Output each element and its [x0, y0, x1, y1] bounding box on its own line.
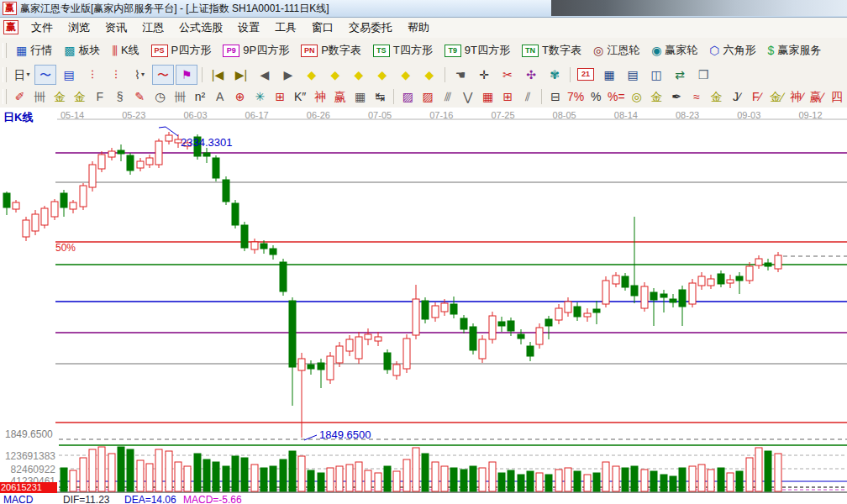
pen-black-button[interactable]: ✒: [667, 87, 686, 107]
menu-7[interactable]: 工具: [267, 19, 304, 35]
v-lines-button[interactable]: ⋁: [459, 87, 477, 107]
star-teal-button[interactable]: ✳: [251, 87, 270, 107]
quotes-button[interactable]: ▦行情: [10, 40, 58, 60]
menu-5[interactable]: 公式选股: [171, 19, 230, 35]
menu-6[interactable]: 设置: [230, 19, 267, 35]
red-wave-button[interactable]: 〜: [152, 65, 174, 85]
9t-square-button[interactable]: T99T四方形: [439, 40, 516, 60]
kline-chart-canvas[interactable]: 2334.33011849.6500: [0, 108, 847, 504]
menu-9[interactable]: 交易委托: [341, 19, 400, 35]
percent-button[interactable]: %: [587, 87, 605, 107]
toolbar-grip[interactable]: [3, 89, 7, 104]
ying-angle-button[interactable]: 赢∕: [808, 87, 826, 107]
p-number-table-button[interactable]: PNP数字表: [295, 40, 367, 60]
compass-red-button[interactable]: ⊕: [231, 87, 250, 107]
wave-chart-button[interactable]: 〜: [34, 65, 56, 85]
candle-style-dropdown-button[interactable]: 日▾: [11, 65, 33, 85]
volume-3-bars-button[interactable]: ⫶: [82, 65, 103, 85]
scale-tool-button[interactable]: ⊟: [546, 87, 565, 107]
winner-wheel-button[interactable]: ◉赢家轮: [645, 40, 703, 60]
time-clock-button[interactable]: ◷: [150, 87, 169, 107]
slash-lines-button[interactable]: ⫽: [518, 87, 537, 107]
grid-star-button[interactable]: ⊞: [271, 87, 289, 107]
gold-coin-button[interactable]: ◎: [628, 87, 646, 107]
go-last-button[interactable]: ▶|: [230, 65, 252, 85]
menu-8[interactable]: 窗口: [304, 19, 341, 35]
info-panel-button[interactable]: ▤: [58, 65, 80, 85]
menu-10[interactable]: 帮助: [400, 19, 437, 35]
gold-lines-button[interactable]: 金: [647, 87, 666, 107]
toolbar-grip[interactable]: [3, 43, 7, 58]
f-angle-button[interactable]: F∕: [748, 87, 766, 107]
span-arrows-button[interactable]: ↹: [371, 87, 390, 107]
k-marks-button[interactable]: K″: [291, 87, 309, 107]
spiral-button[interactable]: §: [111, 87, 129, 107]
p-square-button[interactable]: PSP四方形: [145, 40, 218, 60]
t-square-button[interactable]: TST四方形: [367, 40, 439, 60]
gold-gann-1-button[interactable]: 金: [50, 87, 69, 107]
save-button[interactable]: ◫: [645, 65, 667, 85]
winner-service-button[interactable]: $赢家服务: [762, 40, 828, 60]
knife-tool-button[interactable]: ✐: [11, 87, 29, 107]
gold-angle-2-button[interactable]: 金∕: [767, 87, 786, 107]
step-forward-button[interactable]: ▶: [277, 65, 299, 85]
brain-tool-button[interactable]: ✾: [544, 65, 566, 85]
hexagon-button[interactable]: ⬡六角形: [703, 40, 761, 60]
crosshair-tool-button[interactable]: ✛: [473, 65, 495, 85]
menu-3[interactable]: 资讯: [97, 19, 134, 35]
box-purple-button[interactable]: ▨: [398, 87, 417, 107]
menu-4[interactable]: 江恩: [134, 19, 171, 35]
diamond-right-button[interactable]: ◆: [324, 65, 346, 85]
pencil-red-button[interactable]: ✎: [131, 87, 150, 107]
net-export-button[interactable]: ⇄: [669, 65, 691, 85]
toolbar-grip[interactable]: [3, 67, 7, 82]
angle-a-button[interactable]: A: [211, 87, 229, 107]
ying-tool-button[interactable]: 赢: [331, 87, 350, 107]
box-red-button[interactable]: ▨: [418, 87, 437, 107]
indicator-name[interactable]: MACD: [3, 494, 33, 504]
j-angle-button[interactable]: J∕: [728, 87, 746, 107]
grid-red-1-button[interactable]: ▦: [479, 87, 497, 107]
calculator-button[interactable]: ▦: [598, 65, 620, 85]
p-square-icon: PS: [151, 45, 168, 57]
t-number-table-button[interactable]: TNT数字表: [516, 40, 587, 60]
menu-2[interactable]: 浏览: [60, 19, 97, 35]
step-back-button[interactable]: ◀: [254, 65, 276, 85]
kline-button[interactable]: ⫼K线: [106, 40, 145, 60]
wave-red-button[interactable]: ≈: [687, 87, 706, 107]
fan-lines-button[interactable]: ⫻: [439, 87, 457, 107]
comb-grid-2-button[interactable]: 卌: [171, 87, 189, 107]
diamond-star-button[interactable]: ◆: [395, 65, 417, 85]
go-first-button[interactable]: |◀: [207, 65, 229, 85]
shen-angle-button[interactable]: 神∕: [787, 87, 806, 107]
diamond-h-expand-button[interactable]: ◆: [348, 65, 370, 85]
remote-pc-button[interactable]: ❒: [692, 65, 714, 85]
diamond-all-button[interactable]: ◆: [418, 65, 440, 85]
shen-tool-button[interactable]: 神: [311, 87, 329, 107]
gann-tool-purple-button[interactable]: ✣: [520, 65, 542, 85]
angle-cut-tool-button[interactable]: ✂: [497, 65, 518, 85]
menu-1[interactable]: 文件: [24, 19, 60, 35]
hand-tool-button[interactable]: ☚: [450, 65, 471, 85]
9p-square-button[interactable]: P99P四方形: [217, 40, 295, 60]
candle-width-dropdown-button[interactable]: ⌇▾: [129, 65, 150, 85]
sectors-button[interactable]: ▩板块: [58, 40, 106, 60]
si-angle-button[interactable]: 四: [828, 87, 846, 107]
grid-123-button[interactable]: ▦: [351, 87, 370, 107]
menu-app-icon[interactable]: 赢: [3, 20, 18, 34]
n-squared-button[interactable]: n²: [191, 87, 209, 107]
calendar-button[interactable]: 21: [575, 65, 597, 85]
diamond-left-button[interactable]: ◆: [301, 65, 323, 85]
fib-f-button[interactable]: F: [91, 87, 109, 107]
percent-7-button[interactable]: 7%: [566, 87, 585, 107]
grid-red-2-button[interactable]: ⊞: [498, 87, 517, 107]
comb-grid-button[interactable]: 卌: [30, 87, 49, 107]
notepad-button[interactable]: ▤: [622, 65, 644, 85]
flag-histogram-button[interactable]: ⚑: [176, 65, 197, 85]
volume-9-bars-button[interactable]: ⫶: [105, 65, 127, 85]
diamond-compress-button[interactable]: ◆: [371, 65, 393, 85]
gold-gann-2-button[interactable]: 金: [71, 87, 89, 107]
gann-wheel-button[interactable]: ◎江恩轮: [587, 40, 645, 60]
percent-lines-button[interactable]: %=: [607, 87, 626, 107]
gold-angle-button[interactable]: 金: [708, 87, 726, 107]
